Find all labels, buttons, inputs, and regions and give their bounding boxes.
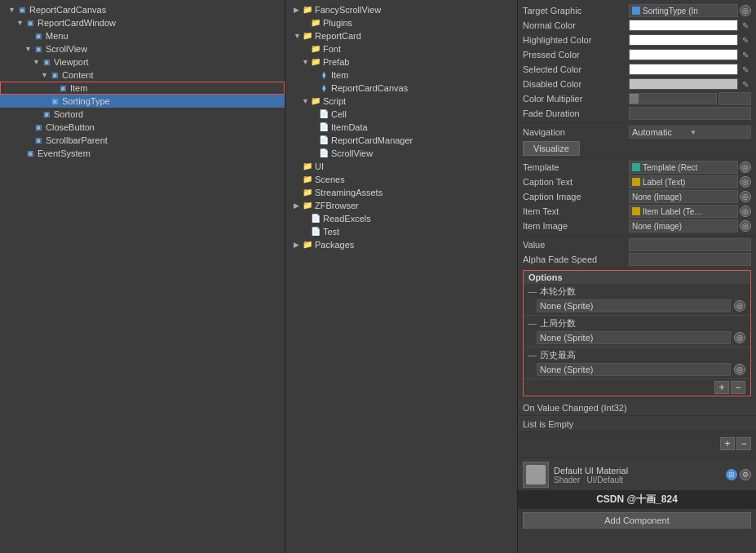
project-label-read-excels: ReadExcels <box>323 212 371 225</box>
option-2-sprite-picker[interactable]: ◎ <box>734 332 745 343</box>
project-label-font: Font <box>323 42 341 55</box>
hierarchy-item-scrollview[interactable]: ▣ScrollView <box>0 42 285 55</box>
item-text-label: Item Text <box>523 206 629 216</box>
option-1-sprite-field[interactable]: None (Sprite) <box>537 299 731 312</box>
project-item-report-card-canvas-prefab[interactable]: ⧫ReportCardCanvas <box>285 82 517 95</box>
options-remove-button[interactable]: − <box>731 381 745 394</box>
caption-text-picker[interactable]: ◎ <box>740 176 751 188</box>
option-2-name: 上局分数 <box>540 317 745 330</box>
item-text-picker[interactable]: ◎ <box>740 206 751 217</box>
option-item-2: — 上局分数 None (Sprite) ◎ <box>524 316 750 347</box>
hierarchy-item-close-button[interactable]: ▣CloseButton <box>0 121 285 134</box>
template-row: Template Template (Rect ◎ <box>518 160 756 175</box>
value-input[interactable]: 0 <box>629 238 751 251</box>
project-item-item-data[interactable]: 📄ItemData <box>285 121 517 134</box>
alpha-fade-speed-input[interactable]: 0.15 <box>629 253 751 266</box>
options-add-remove-row: + − <box>524 379 750 396</box>
color-multiplier-input[interactable]: 1 <box>718 92 751 105</box>
highlighted-color-value: ✎ <box>629 34 751 46</box>
project-item-item-prefab[interactable]: ⧫Item <box>285 69 517 82</box>
options-add-button[interactable]: + <box>714 381 729 394</box>
navigation-dropdown-arrow: ▼ <box>690 129 748 136</box>
item-image-picker[interactable]: ◎ <box>740 220 751 232</box>
option-2-sprite-field[interactable]: None (Sprite) <box>537 331 731 344</box>
color-multiplier-slider[interactable] <box>629 93 717 104</box>
project-item-report-card[interactable]: 📁ReportCard <box>285 29 517 42</box>
project-item-streaming-assets[interactable]: 📁StreamingAssets <box>285 186 517 199</box>
project-item-prefab[interactable]: 📁Prefab <box>285 55 517 69</box>
project-item-packages[interactable]: 📁Packages <box>285 238 517 251</box>
option-3-sprite-field[interactable]: None (Sprite) <box>537 363 731 376</box>
hierarchy-item-report-card-window[interactable]: ▣ReportCardWindow <box>0 16 285 29</box>
inspector-panel: Target Graphic SortingType (In ◎ Normal … <box>518 0 756 553</box>
hierarchy-item-viewport[interactable]: ▣Viewport <box>0 55 285 69</box>
hierarchy-item-scrollbar-parent[interactable]: ▣ScrollbarParent <box>0 134 285 147</box>
project-item-test[interactable]: 📄Test <box>285 225 517 238</box>
highlighted-color-edit[interactable]: ✎ <box>740 34 751 46</box>
project-item-ui[interactable]: 📁UI <box>285 160 517 173</box>
target-graphic-field[interactable]: SortingType (In <box>629 4 738 17</box>
navigation-row: Navigation Automatic ▼ <box>518 125 756 139</box>
event-add-button[interactable]: + <box>720 437 735 450</box>
project-item-zf-browser[interactable]: 📁ZFBrowser <box>285 199 517 212</box>
label-report-card-canvas: ReportCardCanvas <box>29 3 106 16</box>
highlighted-color-bar[interactable] <box>629 34 738 46</box>
project-item-report-card-manager[interactable]: 📄ReportCardManager <box>285 134 517 147</box>
add-component-button[interactable]: Add Component <box>523 512 751 529</box>
item-text-field[interactable]: Item Label (Te… <box>629 205 738 218</box>
caption-text-field[interactable]: Label (Text) <box>629 175 738 188</box>
hierarchy-item-report-card-canvas[interactable]: ▣ReportCardCanvas <box>0 3 285 16</box>
hierarchy-item-sortord[interactable]: ▣Sortord <box>0 108 285 121</box>
disabled-color-bar[interactable] <box>629 78 738 90</box>
normal-color-edit[interactable]: ✎ <box>740 20 751 31</box>
color-multiplier-label: Color Multiplier <box>523 94 629 104</box>
hierarchy-item-sorting-type[interactable]: ▣SortingType <box>0 95 285 108</box>
option-1-sprite-picker[interactable]: ◎ <box>734 300 745 312</box>
option-3-sprite-picker[interactable]: ◎ <box>734 364 745 375</box>
pressed-color-bar[interactable] <box>629 49 738 60</box>
label-item: Item <box>70 82 87 95</box>
hierarchy-item-event-system[interactable]: ▣EventSystem <box>0 147 285 160</box>
navigation-dropdown[interactable]: Automatic ▼ <box>629 126 751 139</box>
disabled-color-value: ✎ <box>629 78 751 90</box>
label-sorting-type: SortingType <box>62 95 110 108</box>
label-viewport: Viewport <box>54 55 89 69</box>
hierarchy-item-item[interactable]: ▣Item <box>0 82 285 95</box>
project-item-scenes[interactable]: 📁Scenes <box>285 173 517 186</box>
selected-color-bar[interactable] <box>629 64 738 75</box>
project-item-plugins[interactable]: 📁Plugins <box>285 16 517 29</box>
disabled-color-edit[interactable]: ✎ <box>740 78 751 90</box>
caption-image-picker[interactable]: ◎ <box>740 191 751 202</box>
project-item-cell[interactable]: 📄Cell <box>285 108 517 121</box>
label-event-system: EventSystem <box>38 147 91 160</box>
target-graphic-row: Target Graphic SortingType (In ◎ <box>518 3 756 18</box>
fade-duration-input[interactable]: 0.1 <box>629 107 751 120</box>
option-item-1: — 本轮分数 None (Sprite) ◎ <box>524 284 750 316</box>
project-item-read-excels[interactable]: 📄ReadExcels <box>285 212 517 225</box>
selected-color-edit[interactable]: ✎ <box>740 64 751 75</box>
template-value: Template (Rect ◎ <box>629 161 751 174</box>
event-remove-button[interactable]: − <box>736 437 751 450</box>
material-settings[interactable]: ⚙ <box>740 469 751 480</box>
template-field[interactable]: Template (Rect <box>629 161 738 174</box>
target-graphic-picker[interactable]: ◎ <box>740 5 751 16</box>
caption-image-field[interactable]: None (Image) <box>629 190 738 203</box>
normal-color-bar[interactable] <box>629 20 738 31</box>
project-item-fancy-scroll-view[interactable]: 📁FancyScrollView <box>285 3 517 16</box>
hierarchy-item-content[interactable]: ▣Content <box>0 69 285 82</box>
item-image-field[interactable]: None (Image) <box>629 219 738 232</box>
pressed-color-edit[interactable]: ✎ <box>740 49 751 60</box>
project-label-test: Test <box>323 225 339 238</box>
project-item-font[interactable]: 📁Font <box>285 42 517 55</box>
hierarchy-item-menu[interactable]: ▣Menu <box>0 29 285 42</box>
template-picker[interactable]: ◎ <box>740 161 751 173</box>
project-item-script[interactable]: 📁Script <box>285 95 517 108</box>
project-icon-font: 📁 <box>310 43 321 55</box>
project-label-item-data: ItemData <box>331 121 368 134</box>
item-image-value: None (Image) ◎ <box>629 219 751 232</box>
material-picker[interactable]: ⊞ <box>726 469 737 480</box>
caption-text-label: Caption Text <box>523 177 629 187</box>
visualize-button[interactable]: Visualize <box>523 141 580 156</box>
caption-image-label: Caption Image <box>523 192 629 201</box>
project-item-scroll-view-script[interactable]: 📄ScrollView <box>285 147 517 160</box>
